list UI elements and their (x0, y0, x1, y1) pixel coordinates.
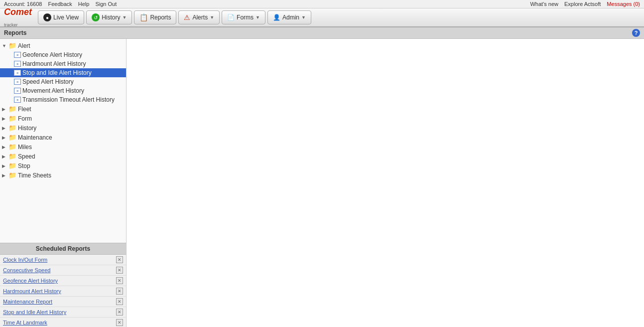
scheduled-label-2: Geofence Alert History (3, 278, 58, 284)
history-label: History (102, 14, 120, 21)
history-folder-icon: 📁 (8, 124, 16, 132)
top-bar: Account: 16608 Feedback Help Sign Out Wh… (0, 0, 644, 8)
fleet-folder-icon: 📁 (8, 105, 16, 113)
scheduled-item-hardmount-alert-history[interactable]: Hardmount Alert History ✕ (0, 286, 126, 297)
form-group-label: Form (18, 115, 32, 122)
tree-label-0: Geofence Alert History (22, 51, 82, 58)
tree-label-5: Transmission Timeout Alert History (22, 96, 115, 103)
timesheets-group-arrow: ▶ (2, 173, 7, 178)
timesheets-group-label: Time Sheets (18, 172, 51, 179)
page-title: Reports (4, 29, 26, 36)
history-nav-button[interactable]: ↺ History ▼ (86, 10, 132, 24)
scheduled-remove-3[interactable]: ✕ (116, 288, 123, 295)
report-icon-1: ≡ (14, 61, 21, 67)
tree-group-form[interactable]: ▶ 📁 Form (0, 114, 126, 123)
nav-bar: Comettracker ● Live View ↺ History ▼ 📋 R… (0, 8, 644, 27)
logo-sub: tracker (4, 22, 18, 27)
scheduled-label-1: Consecutive Speed (3, 267, 50, 273)
liveview-nav-button[interactable]: ● Live View (38, 10, 84, 24)
tree-group-history[interactable]: ▶ 📁 History (0, 123, 126, 133)
alert-group-arrow: ▼ (2, 43, 7, 48)
forms-nav-button[interactable]: 📄 Forms ▼ (222, 10, 265, 24)
scheduled-header: Scheduled Reports (0, 243, 126, 255)
scheduled-remove-4[interactable]: ✕ (116, 298, 123, 305)
report-icon-0: ≡ (14, 52, 21, 58)
scheduled-remove-6[interactable]: ✕ (116, 319, 123, 326)
logo: Comettracker (4, 7, 32, 27)
scheduled-remove-0[interactable]: ✕ (116, 256, 123, 263)
tree-group-timesheets[interactable]: ▶ 📁 Time Sheets (0, 170, 126, 180)
tree-item-movement-alert-history[interactable]: ≡ Movement Alert History (0, 86, 126, 95)
tree-group-fleet[interactable]: ▶ 📁 Fleet (0, 104, 126, 114)
tree-label-1: Hardmount Alert History (22, 60, 86, 67)
speed-group-label: Speed (18, 153, 35, 160)
scheduled-label-5: Stop and Idle Alert History (3, 309, 66, 315)
feedback-link[interactable]: Feedback (48, 1, 72, 7)
tree-group-alert[interactable]: ▼ 📁 Alert (0, 41, 126, 50)
whats-new-link[interactable]: What's new (530, 1, 558, 7)
sidebar: ▼ 📁 Alert ≡ Geofence Alert History ≡ Har… (0, 39, 127, 327)
tree-group-stop[interactable]: ▶ 📁 Stop (0, 161, 126, 170)
scheduled-label-6: Time At Landmark (3, 320, 47, 326)
history-group-label: History (18, 125, 36, 132)
tree-group-speed[interactable]: ▶ 📁 Speed (0, 152, 126, 161)
stop-group-arrow: ▶ (2, 164, 7, 168)
alert-folder-icon: 📁 (8, 42, 16, 49)
main-layout: ▼ 📁 Alert ≡ Geofence Alert History ≡ Har… (0, 39, 644, 327)
speed-folder-icon: 📁 (8, 153, 16, 160)
fleet-group-arrow: ▶ (2, 107, 7, 112)
scheduled-label-3: Hardmount Alert History (3, 288, 61, 294)
miles-group-label: Miles (18, 144, 32, 151)
stop-group-label: Stop (18, 163, 30, 169)
maintenance-group-arrow: ▶ (2, 135, 7, 140)
reports-icon: 📋 (139, 13, 148, 21)
scheduled-area: Scheduled Reports Clock In/Out Form ✕ Co… (0, 243, 126, 327)
help-icon[interactable]: ? (632, 29, 640, 37)
tree-group-maintenance[interactable]: ▶ 📁 Maintenance (0, 133, 126, 142)
help-link[interactable]: Help (78, 1, 90, 7)
messages-link[interactable]: Messages (0) (607, 1, 640, 7)
tree-label-2: Stop and Idle Alert History (22, 69, 92, 76)
scheduled-label-4: Maintenance Report (3, 299, 52, 305)
admin-label: Admin (282, 14, 299, 21)
scheduled-item-clock-inout-form[interactable]: Clock In/Out Form ✕ (0, 255, 126, 265)
fleet-group-label: Fleet (18, 106, 31, 113)
scheduled-remove-5[interactable]: ✕ (116, 309, 123, 316)
forms-label: Forms (237, 14, 254, 21)
scheduled-item-time-at-landmark[interactable]: Time At Landmark ✕ (0, 318, 126, 327)
history-group-arrow: ▶ (2, 126, 7, 131)
signout-link[interactable]: Sign Out (95, 1, 117, 7)
tree-item-stop-idle-alert-history[interactable]: ≡ Stop and Idle Alert History (0, 68, 126, 77)
explore-link[interactable]: Explore Actsoft (564, 1, 601, 7)
admin-icon: 👤 (273, 14, 280, 21)
history-dropdown-arrow: ▼ (123, 15, 127, 20)
maintenance-folder-icon: 📁 (8, 134, 16, 141)
liveview-label: Live View (53, 14, 79, 21)
admin-nav-button[interactable]: 👤 Admin ▼ (267, 10, 311, 24)
scheduled-remove-2[interactable]: ✕ (116, 277, 123, 284)
maintenance-group-label: Maintenance (18, 134, 52, 141)
scheduled-item-consecutive-speed[interactable]: Consecutive Speed ✕ (0, 265, 126, 276)
alerts-nav-button[interactable]: ⚠ Alerts ▼ (178, 10, 220, 24)
tree-label-3: Speed Alert History (22, 78, 74, 85)
stop-folder-icon: 📁 (8, 162, 16, 169)
logo-brand: Comettracker (4, 7, 32, 26)
tree-item-geofence-alert-history[interactable]: ≡ Geofence Alert History (0, 50, 126, 59)
liveview-icon: ● (43, 13, 51, 21)
scheduled-item-maintenance-report[interactable]: Maintenance Report ✕ (0, 297, 126, 307)
scheduled-item-stop-idle-alert-history[interactable]: Stop and Idle Alert History ✕ (0, 307, 126, 318)
tree-group-miles[interactable]: ▶ 📁 Miles (0, 142, 126, 152)
tree-item-transmission-timeout-alert-history[interactable]: ≡ Transmission Timeout Alert History (0, 95, 126, 104)
scheduled-item-geofence-alert-history[interactable]: Geofence Alert History ✕ (0, 276, 126, 286)
report-icon-3: ≡ (14, 79, 21, 85)
top-bar-left: Account: 16608 Feedback Help Sign Out (4, 1, 117, 7)
scheduled-remove-1[interactable]: ✕ (116, 267, 123, 274)
reports-label: Reports (150, 14, 171, 21)
reports-nav-button[interactable]: 📋 Reports (134, 10, 176, 24)
tree-item-speed-alert-history[interactable]: ≡ Speed Alert History (0, 77, 126, 86)
scheduled-label-0: Clock In/Out Form (3, 257, 47, 263)
forms-dropdown-arrow: ▼ (256, 15, 260, 20)
tree-item-hardmount-alert-history[interactable]: ≡ Hardmount Alert History (0, 59, 126, 68)
speed-group-arrow: ▶ (2, 154, 7, 159)
top-bar-right: What's new Explore Actsoft Messages (0) (530, 1, 640, 7)
